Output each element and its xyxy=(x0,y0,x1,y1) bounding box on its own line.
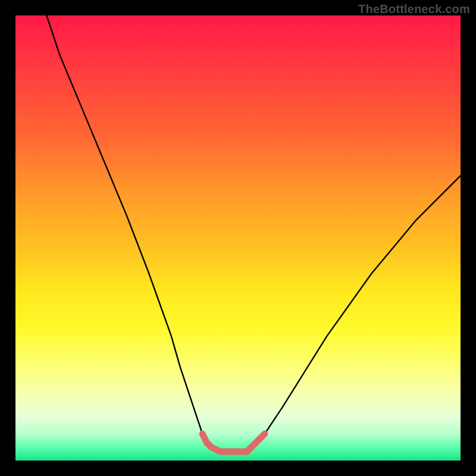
chart-svg xyxy=(15,15,461,461)
chart-frame: TheBottleneck.com xyxy=(0,0,476,476)
bottleneck-curve xyxy=(46,15,461,452)
plot-area xyxy=(15,15,461,461)
watermark-text: TheBottleneck.com xyxy=(358,2,470,16)
optimal-range-highlight xyxy=(202,434,265,452)
